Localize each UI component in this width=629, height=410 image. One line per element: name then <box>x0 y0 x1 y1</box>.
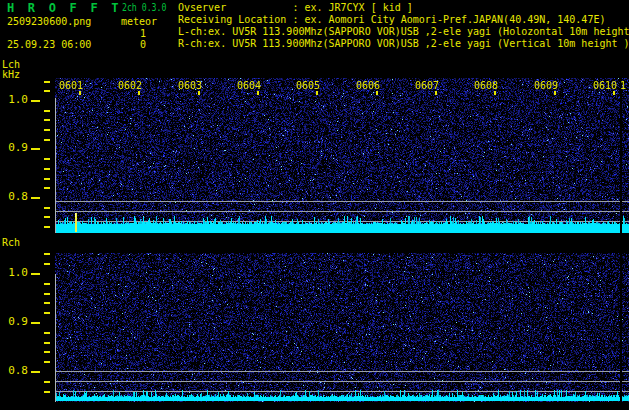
mode-label: meteor <box>121 16 157 28</box>
lch-freq-tick-label: 0.8 <box>2 191 28 203</box>
rch-minor-tick <box>44 342 50 344</box>
lch-minor-tick <box>44 216 50 218</box>
lch-minor-tick <box>44 129 50 131</box>
time-minute-tick <box>554 91 556 95</box>
time-minute-tick <box>198 91 200 95</box>
rch-major-tick <box>31 273 40 275</box>
lch-minor-tick <box>44 158 50 160</box>
rch-panel-label: Rch <box>2 237 20 249</box>
rch-minor-tick <box>44 312 50 314</box>
rch-minor-tick <box>44 351 50 353</box>
rch-minor-tick <box>44 253 50 255</box>
rch-freq-tick-label: 1.0 <box>2 267 28 279</box>
rch-freq-tick-label: 0.8 <box>2 365 28 377</box>
rch-major-tick <box>31 371 40 373</box>
lch-freq-tick-label: 1.0 <box>2 94 28 106</box>
app-title: H R O F F T <box>7 2 122 14</box>
lch-minor-tick <box>44 187 50 189</box>
lch-minor-tick <box>44 207 50 209</box>
time-minute-tick <box>316 91 318 95</box>
rch-minor-tick <box>44 381 50 383</box>
lch-spectrogram <box>55 78 629 233</box>
rch-minor-tick <box>44 391 50 393</box>
rch-rig-info-line: R-ch:ex. UV5R 113.900Mhz(SAPPORO VOR)USB… <box>178 38 629 50</box>
time-minute-tick <box>257 91 259 95</box>
rch-major-tick <box>31 322 40 324</box>
lch-minor-tick <box>44 139 50 141</box>
time-minute-tick <box>79 91 81 95</box>
rch-minor-tick <box>44 283 50 285</box>
rch-minor-tick <box>44 263 50 265</box>
lch-minor-tick <box>44 110 50 112</box>
lch-minor-tick <box>44 81 50 83</box>
lch-minor-tick <box>44 226 50 228</box>
lch-axis-unit: kHz <box>2 69 20 81</box>
rch-spectrogram <box>55 252 629 402</box>
lch-rig-info-line: L-ch:ex. UV5R 113.900Mhz(SAPPORO VOR)USB… <box>178 26 629 38</box>
lch-major-tick <box>31 197 40 199</box>
rch-minor-tick <box>44 332 50 334</box>
location-info-line: Receiving Location : ex. Aomori City Aom… <box>178 14 605 26</box>
time-minute-tick <box>138 91 140 95</box>
rch-minor-tick <box>44 293 50 295</box>
lch-freq-tick-label: 0.9 <box>2 142 28 154</box>
time-minute-tick <box>435 91 437 95</box>
rch-minor-tick <box>44 302 50 304</box>
time-label-partial: 1 <box>609 80 629 92</box>
rch-freq-tick-label: 0.9 <box>2 316 28 328</box>
hrofft-screen: H R O F F T 2ch 0.3.0 2509230600.png met… <box>0 0 629 410</box>
time-minute-tick <box>494 91 496 95</box>
lch-minor-tick <box>44 178 50 180</box>
lch-minor-tick <box>44 168 50 170</box>
lch-major-tick <box>31 100 40 102</box>
lch-minor-tick <box>44 119 50 121</box>
lch-major-tick <box>31 148 40 150</box>
datetime-label: 25.09.23 06:00 <box>7 39 91 51</box>
output-filename: 2509230600.png <box>7 16 91 28</box>
rch-minor-tick <box>44 361 50 363</box>
rch-meteor-count: 0 <box>132 39 146 51</box>
time-minute-tick <box>376 91 378 95</box>
app-version: 2ch 0.3.0 <box>122 2 166 14</box>
lch-minor-tick <box>44 90 50 92</box>
observer-info-line: Ovserver : ex. JR7CYX [ kid ] <box>178 2 413 14</box>
